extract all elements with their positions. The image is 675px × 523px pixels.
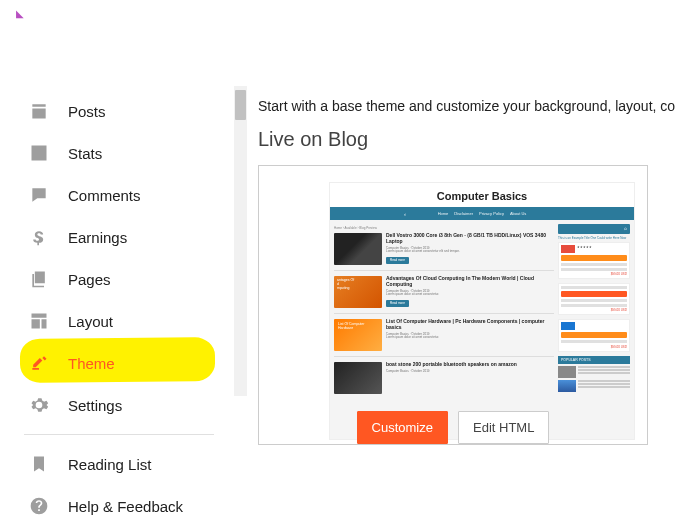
sidebar-item-earnings[interactable]: Earnings [28, 216, 220, 258]
post-thumb: antages Ofdmputing [334, 276, 382, 308]
post-meta: Computer Basics · October 2019Lorem ipsu… [386, 290, 554, 297]
comments-icon [28, 184, 50, 206]
sidebar-item-help[interactable]: Help & Feedback [28, 485, 220, 523]
sidebar-item-label: Theme [68, 355, 115, 372]
help-icon [28, 495, 50, 517]
preview-search [558, 224, 630, 234]
sidebar: Posts Stats Comments Earnings Pages [0, 90, 230, 523]
nav-item: Home [438, 211, 449, 216]
post-meta: Computer Basics · October 2019Lorem ipsu… [386, 333, 554, 340]
preview-post: Dell Vostro 3000 Core i3 8th Gen - (8 GB… [334, 233, 554, 271]
preview-blog-nav: ‹ Home Disclaimer Privacy Policy About U… [330, 207, 634, 220]
theme-icon [28, 352, 50, 374]
intro-text: Start with a base theme and customize yo… [258, 98, 675, 114]
sidebar-item-label: Comments [68, 187, 141, 204]
preview-ad: $99.00 USD [558, 283, 630, 315]
sidebar-item-pages[interactable]: Pages [28, 258, 220, 300]
blog-preview[interactable]: Computer Basics ‹ Home Disclaimer Privac… [258, 165, 648, 445]
post-meta: Computer Basics · October 2019Lorem ipsu… [386, 247, 554, 254]
post-thumb [334, 362, 382, 394]
preview-ad-text: This is an Example Title One Could write… [558, 237, 630, 240]
sidebar-item-label: Settings [68, 397, 122, 414]
read-more: Read more [386, 300, 409, 307]
post-title: Dell Vostro 3000 Core i3 8th Gen - (8 GB… [386, 233, 554, 245]
post-thumb [334, 233, 382, 265]
customize-button[interactable]: Customize [357, 411, 448, 444]
scrollbar-track[interactable] [234, 86, 247, 396]
sidebar-item-label: Reading List [68, 456, 151, 473]
sidebar-item-settings[interactable]: Settings [28, 384, 220, 426]
sidebar-divider [24, 434, 214, 435]
post-title: Advantages Of Cloud Computing In The Mod… [386, 276, 554, 288]
nav-item: Privacy Policy [479, 211, 504, 216]
popular-header: POPULAR POSTS [558, 356, 630, 364]
sidebar-item-label: Posts [68, 103, 106, 120]
sidebar-item-posts[interactable]: Posts [28, 90, 220, 132]
post-title: List Of Computer Hardware | Pc Hardware … [386, 319, 554, 331]
sidebar-item-label: Layout [68, 313, 113, 330]
sidebar-item-label: Stats [68, 145, 102, 162]
sidebar-item-label: Help & Feedback [68, 498, 183, 515]
posts-icon [28, 100, 50, 122]
sidebar-item-stats[interactable]: Stats [28, 132, 220, 174]
sidebar-item-theme[interactable]: Theme [28, 342, 220, 384]
read-more: Read more [386, 257, 409, 264]
preview-post: List Of ComputerHardware List Of Compute… [334, 319, 554, 357]
preview-blog-body: Home › Available › Blog Preview Dell Vos… [330, 220, 634, 438]
section-title: Live on Blog [258, 128, 675, 151]
sidebar-item-label: Earnings [68, 229, 127, 246]
preview-posts: Home › Available › Blog Preview Dell Vos… [334, 224, 554, 438]
bookmark-icon [28, 453, 50, 475]
settings-icon [28, 394, 50, 416]
main-content: Start with a base theme and customize yo… [230, 90, 675, 523]
sidebar-item-reading-list[interactable]: Reading List [28, 443, 220, 485]
pages-icon [28, 268, 50, 290]
preview-sidebar: This is an Example Title One Could write… [558, 224, 630, 438]
preview-ad: $99.00 USD [558, 319, 630, 352]
post-title: boat stone 200 portable bluetooth speake… [386, 362, 554, 368]
preview-actions: Customize Edit HTML [259, 411, 647, 446]
popular-item [558, 380, 630, 392]
nav-item: About Us [510, 211, 526, 216]
post-meta: Computer Basics · October 2019 [386, 370, 554, 374]
preview-inner: Computer Basics ‹ Home Disclaimer Privac… [329, 182, 635, 440]
nav-item: Disclaimer [454, 211, 473, 216]
app-container: Posts Stats Comments Earnings Pages [0, 0, 675, 523]
layout-icon [28, 310, 50, 332]
stats-icon [28, 142, 50, 164]
post-thumb: List Of ComputerHardware [334, 319, 382, 351]
sidebar-item-comments[interactable]: Comments [28, 174, 220, 216]
scrollbar-thumb[interactable] [235, 90, 246, 120]
annotation-dot: ◣ [16, 8, 24, 19]
popular-item [558, 366, 630, 378]
edit-html-button[interactable]: Edit HTML [458, 411, 549, 444]
sidebar-item-layout[interactable]: Layout [28, 300, 220, 342]
preview-ad: ★★★★★ $99.00 USD [558, 242, 630, 279]
preview-post: boat stone 200 portable bluetooth speake… [334, 362, 554, 399]
preview-blog-title: Computer Basics [330, 183, 634, 207]
earnings-icon [28, 226, 50, 248]
sidebar-item-label: Pages [68, 271, 111, 288]
preview-post: antages Ofdmputing Advantages Of Cloud C… [334, 276, 554, 314]
